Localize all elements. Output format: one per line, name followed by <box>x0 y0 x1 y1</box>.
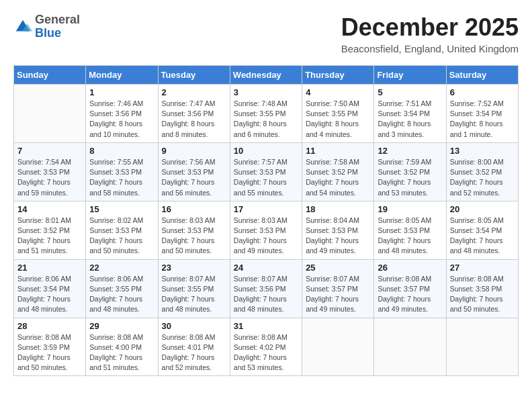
calendar-cell: 1Sunrise: 7:46 AM Sunset: 3:56 PM Daylig… <box>86 85 158 143</box>
day-info: Sunrise: 8:05 AM Sunset: 3:53 PM Dayligh… <box>378 216 442 257</box>
day-info: Sunrise: 7:47 AM Sunset: 3:56 PM Dayligh… <box>162 99 226 140</box>
day-number: 27 <box>450 263 515 273</box>
day-number: 14 <box>17 204 82 214</box>
day-number: 30 <box>162 321 226 331</box>
day-info: Sunrise: 8:05 AM Sunset: 3:54 PM Dayligh… <box>450 216 515 257</box>
calendar-cell: 25Sunrise: 8:07 AM Sunset: 3:57 PM Dayli… <box>302 259 374 318</box>
day-info: Sunrise: 8:06 AM Sunset: 3:54 PM Dayligh… <box>17 274 82 315</box>
calendar-cell: 22Sunrise: 8:06 AM Sunset: 3:55 PM Dayli… <box>86 259 158 318</box>
calendar-week-row: 1Sunrise: 7:46 AM Sunset: 3:56 PM Daylig… <box>14 85 519 143</box>
calendar-table: SundayMondayTuesdayWednesdayThursdayFrid… <box>13 65 519 376</box>
calendar-cell: 3Sunrise: 7:48 AM Sunset: 3:55 PM Daylig… <box>230 85 302 143</box>
month-title: December 2025 <box>341 13 519 42</box>
calendar-week-row: 7Sunrise: 7:54 AM Sunset: 3:53 PM Daylig… <box>14 142 519 201</box>
calendar-header-friday: Friday <box>374 66 446 85</box>
day-number: 8 <box>89 146 154 156</box>
title-block: December 2025 Beaconsfield, England, Uni… <box>341 13 519 54</box>
day-info: Sunrise: 7:58 AM Sunset: 3:52 PM Dayligh… <box>306 157 370 198</box>
day-number: 11 <box>306 146 370 156</box>
calendar-cell: 17Sunrise: 8:03 AM Sunset: 3:53 PM Dayli… <box>230 201 302 259</box>
calendar-cell <box>14 85 86 143</box>
logo-general: General <box>35 13 80 26</box>
calendar-cell: 5Sunrise: 7:51 AM Sunset: 3:54 PM Daylig… <box>374 85 446 143</box>
day-number: 5 <box>378 87 442 97</box>
day-info: Sunrise: 8:07 AM Sunset: 3:56 PM Dayligh… <box>234 274 298 315</box>
day-number: 25 <box>306 263 370 273</box>
calendar-cell <box>446 318 518 376</box>
calendar-cell: 12Sunrise: 7:59 AM Sunset: 3:52 PM Dayli… <box>374 142 446 201</box>
calendar-cell: 19Sunrise: 8:05 AM Sunset: 3:53 PM Dayli… <box>374 201 446 259</box>
day-info: Sunrise: 7:55 AM Sunset: 3:53 PM Dayligh… <box>89 157 154 198</box>
calendar-cell: 30Sunrise: 8:08 AM Sunset: 4:01 PM Dayli… <box>158 318 230 376</box>
day-info: Sunrise: 8:08 AM Sunset: 4:00 PM Dayligh… <box>89 332 154 373</box>
calendar-cell: 26Sunrise: 8:08 AM Sunset: 3:57 PM Dayli… <box>374 259 446 318</box>
day-info: Sunrise: 8:08 AM Sunset: 3:57 PM Dayligh… <box>378 274 442 315</box>
calendar-cell: 13Sunrise: 8:00 AM Sunset: 3:52 PM Dayli… <box>446 142 518 201</box>
day-info: Sunrise: 8:08 AM Sunset: 4:01 PM Dayligh… <box>162 332 226 373</box>
calendar-cell <box>374 318 446 376</box>
calendar-cell: 7Sunrise: 7:54 AM Sunset: 3:53 PM Daylig… <box>14 142 86 201</box>
calendar-cell: 16Sunrise: 8:03 AM Sunset: 3:53 PM Dayli… <box>158 201 230 259</box>
day-info: Sunrise: 7:56 AM Sunset: 3:53 PM Dayligh… <box>162 157 226 198</box>
day-number: 29 <box>89 321 154 331</box>
calendar-cell <box>302 318 374 376</box>
day-info: Sunrise: 8:08 AM Sunset: 4:02 PM Dayligh… <box>234 332 298 373</box>
day-number: 17 <box>234 204 298 214</box>
calendar-cell: 14Sunrise: 8:01 AM Sunset: 3:52 PM Dayli… <box>14 201 86 259</box>
day-info: Sunrise: 7:54 AM Sunset: 3:53 PM Dayligh… <box>17 157 82 198</box>
day-info: Sunrise: 8:08 AM Sunset: 3:59 PM Dayligh… <box>17 332 82 373</box>
day-info: Sunrise: 8:04 AM Sunset: 3:53 PM Dayligh… <box>306 216 370 257</box>
day-info: Sunrise: 7:48 AM Sunset: 3:55 PM Dayligh… <box>234 99 298 140</box>
day-number: 12 <box>378 146 442 156</box>
day-number: 7 <box>17 146 82 156</box>
day-number: 24 <box>234 263 298 273</box>
day-number: 16 <box>162 204 226 214</box>
logo-icon <box>13 17 32 36</box>
day-number: 10 <box>234 146 298 156</box>
day-info: Sunrise: 7:50 AM Sunset: 3:55 PM Dayligh… <box>306 99 370 140</box>
day-info: Sunrise: 7:57 AM Sunset: 3:53 PM Dayligh… <box>234 157 298 198</box>
day-number: 9 <box>162 146 226 156</box>
day-number: 22 <box>89 263 154 273</box>
calendar-header-row: SundayMondayTuesdayWednesdayThursdayFrid… <box>14 66 519 85</box>
day-number: 23 <box>162 263 226 273</box>
day-info: Sunrise: 7:46 AM Sunset: 3:56 PM Dayligh… <box>89 99 154 140</box>
day-number: 15 <box>89 204 154 214</box>
day-info: Sunrise: 8:02 AM Sunset: 3:53 PM Dayligh… <box>89 216 154 257</box>
day-info: Sunrise: 8:03 AM Sunset: 3:53 PM Dayligh… <box>162 216 226 257</box>
calendar-header-saturday: Saturday <box>446 66 518 85</box>
calendar-week-row: 21Sunrise: 8:06 AM Sunset: 3:54 PM Dayli… <box>14 259 519 318</box>
calendar-cell: 18Sunrise: 8:04 AM Sunset: 3:53 PM Dayli… <box>302 201 374 259</box>
calendar-cell: 31Sunrise: 8:08 AM Sunset: 4:02 PM Dayli… <box>230 318 302 376</box>
day-number: 26 <box>378 263 442 273</box>
day-number: 3 <box>234 87 298 97</box>
calendar-cell: 24Sunrise: 8:07 AM Sunset: 3:56 PM Dayli… <box>230 259 302 318</box>
day-info: Sunrise: 8:06 AM Sunset: 3:55 PM Dayligh… <box>89 274 154 315</box>
calendar-cell: 11Sunrise: 7:58 AM Sunset: 3:52 PM Dayli… <box>302 142 374 201</box>
day-info: Sunrise: 8:03 AM Sunset: 3:53 PM Dayligh… <box>234 216 298 257</box>
day-number: 13 <box>450 146 515 156</box>
calendar-week-row: 14Sunrise: 8:01 AM Sunset: 3:52 PM Dayli… <box>14 201 519 259</box>
calendar-cell: 15Sunrise: 8:02 AM Sunset: 3:53 PM Dayli… <box>86 201 158 259</box>
page-header: General Blue December 2025 Beaconsfield,… <box>13 13 519 54</box>
day-info: Sunrise: 8:07 AM Sunset: 3:57 PM Dayligh… <box>306 274 370 315</box>
day-info: Sunrise: 7:59 AM Sunset: 3:52 PM Dayligh… <box>378 157 442 198</box>
logo-blue: Blue <box>35 26 61 40</box>
day-number: 31 <box>234 321 298 331</box>
day-info: Sunrise: 8:07 AM Sunset: 3:55 PM Dayligh… <box>162 274 226 315</box>
calendar-week-row: 28Sunrise: 8:08 AM Sunset: 3:59 PM Dayli… <box>14 318 519 376</box>
day-number: 2 <box>162 87 226 97</box>
day-info: Sunrise: 7:52 AM Sunset: 3:54 PM Dayligh… <box>450 99 515 140</box>
calendar-cell: 8Sunrise: 7:55 AM Sunset: 3:53 PM Daylig… <box>86 142 158 201</box>
calendar-cell: 20Sunrise: 8:05 AM Sunset: 3:54 PM Dayli… <box>446 201 518 259</box>
day-info: Sunrise: 7:51 AM Sunset: 3:54 PM Dayligh… <box>378 99 442 140</box>
day-number: 4 <box>306 87 370 97</box>
day-number: 28 <box>17 321 82 331</box>
calendar-cell: 9Sunrise: 7:56 AM Sunset: 3:53 PM Daylig… <box>158 142 230 201</box>
calendar-header-tuesday: Tuesday <box>158 66 230 85</box>
calendar-cell: 6Sunrise: 7:52 AM Sunset: 3:54 PM Daylig… <box>446 85 518 143</box>
calendar-cell: 27Sunrise: 8:08 AM Sunset: 3:58 PM Dayli… <box>446 259 518 318</box>
location-subtitle: Beaconsfield, England, United Kingdom <box>341 43 519 54</box>
calendar-cell: 21Sunrise: 8:06 AM Sunset: 3:54 PM Dayli… <box>14 259 86 318</box>
calendar-header-wednesday: Wednesday <box>230 66 302 85</box>
